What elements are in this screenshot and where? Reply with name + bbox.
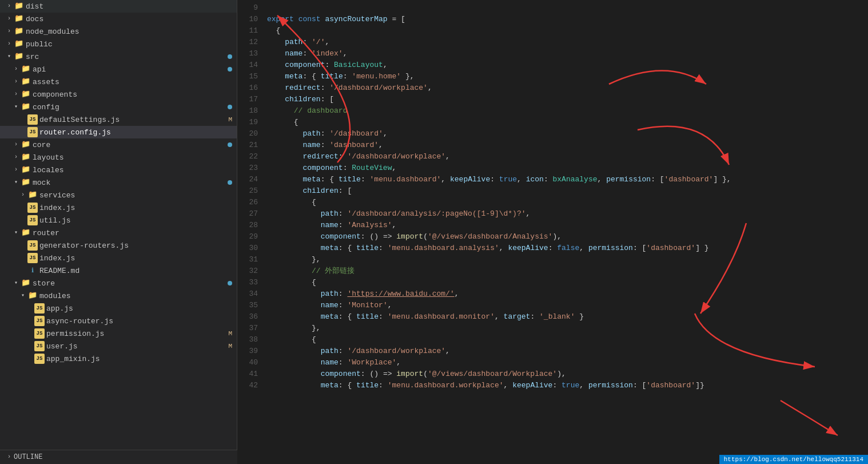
sidebar-item-api[interactable]: 📁api <box>0 63 237 76</box>
code-line-23: component: RouteView, <box>267 162 868 174</box>
line-number-11: 11 <box>237 25 258 37</box>
sidebar-item-layouts[interactable]: 📁layouts <box>0 151 237 164</box>
chevron-icon <box>5 27 14 36</box>
sidebar-item-label: components <box>33 90 237 99</box>
sidebar-item-router[interactable]: 📁router <box>0 227 237 239</box>
code-line-container-11: { <box>267 25 868 37</box>
code-line-container-16: redirect: '/dashboard/workplace', <box>267 82 868 94</box>
sidebar-item-app.js[interactable]: JSapp.js <box>0 302 237 315</box>
dot-badge <box>228 67 232 72</box>
sidebar-item-defaultSettings.js[interactable]: JSdefaultSettings.jsM <box>0 113 237 126</box>
dot-badge <box>228 281 232 285</box>
line-number-27: 27 <box>237 208 258 220</box>
sidebar-item-async-router.js[interactable]: JSasync-router.js <box>0 315 237 327</box>
sidebar-item-core[interactable]: 📁core <box>0 138 237 151</box>
folder-icon: 📁 <box>21 228 31 238</box>
code-line-container-15: meta: { title: 'menu.home' }, <box>267 71 868 82</box>
code-lines: export const asyncRouterMap = [ { path: … <box>265 2 868 464</box>
sidebar-item-label: api <box>33 65 228 74</box>
sidebar-item-components[interactable]: 📁components <box>0 88 237 101</box>
line-number-20: 20 <box>237 128 258 140</box>
chevron-icon <box>11 165 21 175</box>
line-numbers: 9101112131415161718192021222324252627282… <box>237 2 265 464</box>
sidebar-item-mock[interactable]: 📁mock <box>0 176 237 189</box>
code-line-container-18: // dashboard <box>267 105 868 117</box>
code-line-container-28: name: 'Analysis', <box>267 220 868 231</box>
sidebar-item-services[interactable]: 📁services <box>0 189 237 201</box>
sidebar-item-index.js-router[interactable]: JSindex.js <box>0 252 237 264</box>
folder-icon: 📁 <box>21 152 31 162</box>
chevron-icon <box>11 90 21 99</box>
line-number-40: 40 <box>237 357 258 368</box>
code-editor[interactable]: 9101112131415161718192021222324252627282… <box>237 0 868 464</box>
chevron-icon <box>11 279 21 288</box>
js-file-icon: JS <box>34 328 45 339</box>
line-number-26: 26 <box>237 197 258 208</box>
sidebar-item-dist[interactable]: 📁dist <box>0 0 237 13</box>
sidebar-item-locales[interactable]: 📁locales <box>0 164 237 176</box>
folder-icon: 📁 <box>21 64 31 74</box>
code-line-12: path: '/', <box>267 37 868 48</box>
code-line-32: // 外部链接 <box>267 265 868 277</box>
dot-badge <box>228 180 232 185</box>
sidebar-item-label: app_mixin.js <box>46 355 237 363</box>
dot-badge <box>228 105 232 109</box>
code-line-30: meta: { title: 'menu.dashboard.analysis'… <box>267 243 868 254</box>
editor-container: 9101112131415161718192021222324252627282… <box>237 0 868 464</box>
folder-icon: 📁 <box>14 14 24 24</box>
folder-icon: 📁 <box>14 39 24 49</box>
sidebar-item-label: layouts <box>33 153 237 162</box>
sidebar-item-app_mixin.js[interactable]: JSapp_mixin.js <box>0 352 237 365</box>
sidebar-item-label: modules <box>39 292 237 300</box>
sidebar-item-router.config.js[interactable]: JSrouter.config.js <box>0 126 237 138</box>
sidebar-item-README.md[interactable]: ℹREADME.md <box>0 264 237 277</box>
code-line-container-27: path: '/dashboard/analysis/:pageNo([1-9]… <box>267 208 868 220</box>
sidebar-item-public[interactable]: 📁public <box>0 38 237 50</box>
folder-icon: 📁 <box>21 165 31 175</box>
sidebar-item-generator-routers.js[interactable]: JSgenerator-routers.js <box>0 239 237 252</box>
code-line-container-19: { <box>267 117 868 128</box>
line-number-22: 22 <box>237 151 258 162</box>
code-line-31: }, <box>267 254 868 265</box>
code-line-27: path: '/dashboard/analysis/:pageNo([1-9]… <box>267 208 868 220</box>
sidebar-item-label: src <box>26 53 228 61</box>
sidebar-item-assets[interactable]: 📁assets <box>0 76 237 88</box>
code-line-42: meta: { title: 'menu.dashboard.workplace… <box>267 380 868 391</box>
outline-bar[interactable]: OUTLINE <box>0 450 237 464</box>
sidebar-item-label: index.js <box>39 254 237 263</box>
sidebar-item-index.js-mock[interactable]: JSindex.js <box>0 201 237 214</box>
code-line-21: name: 'dashboard', <box>267 140 868 151</box>
sidebar-item-util.js[interactable]: JSutil.js <box>0 214 237 227</box>
sidebar-item-label: locales <box>33 166 237 175</box>
code-line-container-29: component: () => import('@/views/dashboa… <box>267 231 868 243</box>
sidebar-item-src[interactable]: 📁src <box>0 50 237 63</box>
folder-icon: 📁 <box>21 177 31 188</box>
code-line-36: meta: { title: 'menu.dashboard.monitor',… <box>267 311 868 323</box>
chevron-icon <box>11 178 21 187</box>
line-number-12: 12 <box>237 37 258 48</box>
sidebar-item-node_modules[interactable]: 📁node_modules <box>0 25 237 38</box>
line-number-10: 10 <box>237 14 258 25</box>
sidebar-item-label: config <box>33 103 228 112</box>
sidebar-item-label: mock <box>33 179 228 187</box>
sidebar-item-label: defaultSettings.js <box>39 116 228 124</box>
sidebar-item-permission.js[interactable]: JSpermission.jsM <box>0 327 237 340</box>
sidebar-item-store[interactable]: 📁store <box>0 277 237 289</box>
sidebar-item-modules[interactable]: 📁modules <box>0 289 237 302</box>
sidebar-item-user.js[interactable]: JSuser.jsM <box>0 340 237 352</box>
chevron-icon <box>11 140 21 149</box>
line-number-28: 28 <box>237 220 258 231</box>
code-line-container-20: path: '/dashboard', <box>267 128 868 140</box>
code-line-35: name: 'Monitor', <box>267 300 868 311</box>
sidebar-item-label: assets <box>33 78 237 86</box>
code-line-16: redirect: '/dashboard/workplace', <box>267 82 868 94</box>
sidebar-item-config[interactable]: 📁config <box>0 101 237 113</box>
code-line-container-36: meta: { title: 'menu.dashboard.monitor',… <box>267 311 868 323</box>
code-line-10: export const asyncRouterMap = [ <box>267 14 868 25</box>
status-text: https://blog.csdn.net/hellowqq5211314 <box>724 456 863 463</box>
sidebar-item-docs[interactable]: 📁docs <box>0 13 237 25</box>
sidebar-item-label: permission.js <box>46 330 228 338</box>
code-line-19: { <box>267 117 868 128</box>
sidebar-item-label: public <box>26 40 237 49</box>
dot-badge <box>228 142 232 147</box>
